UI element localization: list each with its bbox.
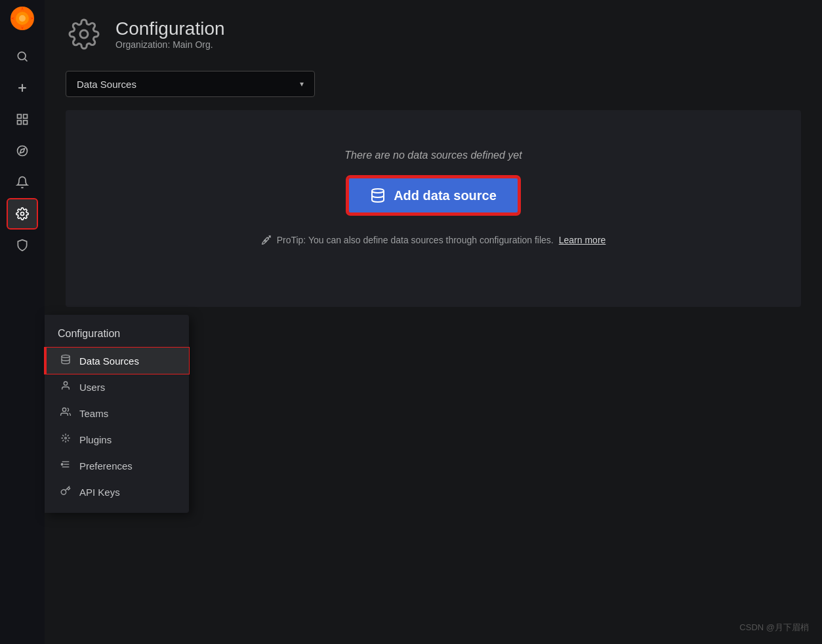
svg-line-4 xyxy=(25,59,28,62)
user-menu-icon xyxy=(60,380,72,393)
section-dropdown[interactable]: Data Sources ▾ xyxy=(66,71,315,97)
submenu-api-keys[interactable]: API Keys xyxy=(45,479,189,505)
learn-more-link[interactable]: Learn more xyxy=(559,235,606,245)
svg-point-11 xyxy=(18,146,28,156)
add-datasource-button[interactable]: Add data source xyxy=(348,177,519,214)
chevron-down-icon: ▾ xyxy=(300,79,304,89)
submenu-plugins[interactable]: Plugins xyxy=(45,426,189,453)
svg-point-18 xyxy=(62,408,66,411)
svg-point-16 xyxy=(62,355,70,357)
preferences-menu-icon xyxy=(60,459,72,472)
submenu-users[interactable]: Users xyxy=(45,374,189,400)
submenu-data-sources[interactable]: Data Sources xyxy=(45,348,189,374)
submenu-plugins-label: Plugins xyxy=(79,434,112,445)
config-gear-icon xyxy=(66,16,102,52)
add-datasource-label: Add data source xyxy=(394,188,497,203)
app-logo[interactable] xyxy=(9,5,35,31)
plugins-menu-icon xyxy=(60,433,72,446)
submenu-data-sources-label: Data Sources xyxy=(79,355,139,367)
sidebar-configuration-button[interactable] xyxy=(8,199,37,228)
svg-point-15 xyxy=(372,189,384,193)
api-key-menu-icon xyxy=(60,485,72,498)
svg-rect-10 xyxy=(24,121,28,125)
page-header-text: Configuration Organization: Main Org. xyxy=(115,18,225,50)
database-icon xyxy=(370,188,386,203)
svg-point-23 xyxy=(61,464,63,466)
dropdown-container: Data Sources ▾ xyxy=(66,71,801,97)
submenu-preferences[interactable]: Preferences xyxy=(45,453,189,479)
page-subtitle: Organization: Main Org. xyxy=(115,39,225,50)
svg-rect-9 xyxy=(18,121,22,125)
sidebar-admin-button[interactable] xyxy=(8,231,37,260)
sidebar-search-button[interactable] xyxy=(8,42,37,71)
page-title: Configuration xyxy=(115,18,225,39)
submenu-header: Configuration xyxy=(45,323,189,348)
empty-message: There are no data sources defined yet xyxy=(344,150,522,161)
page-header: Configuration Organization: Main Org. xyxy=(66,16,801,52)
submenu-api-keys-label: API Keys xyxy=(79,487,120,498)
content-panel: There are no data sources defined yet Ad… xyxy=(66,110,801,307)
protip-section: ProTip: You can also define data sources… xyxy=(261,235,606,245)
sidebar-dashboards-button[interactable] xyxy=(8,105,37,134)
dropdown-label: Data Sources xyxy=(77,79,136,90)
svg-point-13 xyxy=(21,212,24,216)
svg-point-14 xyxy=(80,30,88,38)
svg-point-17 xyxy=(64,382,67,385)
submenu-preferences-label: Preferences xyxy=(79,460,133,472)
rocket-icon xyxy=(261,235,272,245)
watermark: CSDN @月下眉梢 xyxy=(739,622,809,634)
svg-point-3 xyxy=(18,52,26,60)
submenu-teams-label: Teams xyxy=(79,408,108,419)
svg-rect-8 xyxy=(24,115,28,119)
svg-marker-12 xyxy=(20,148,24,153)
svg-point-19 xyxy=(65,437,67,439)
database-menu-icon xyxy=(60,354,72,367)
sidebar-alerting-button[interactable] xyxy=(8,168,37,197)
sidebar xyxy=(0,0,45,644)
submenu-users-label: Users xyxy=(79,382,105,393)
sidebar-explore-button[interactable] xyxy=(8,136,37,165)
sidebar-create-button[interactable] xyxy=(8,73,37,102)
svg-rect-7 xyxy=(18,115,22,119)
submenu-teams[interactable]: Teams xyxy=(45,400,189,426)
svg-point-2 xyxy=(19,15,26,22)
teams-menu-icon xyxy=(60,407,72,420)
protip-text: ProTip: You can also define data sources… xyxy=(277,235,554,245)
configuration-submenu: Configuration Data Sources Users xyxy=(45,315,189,513)
